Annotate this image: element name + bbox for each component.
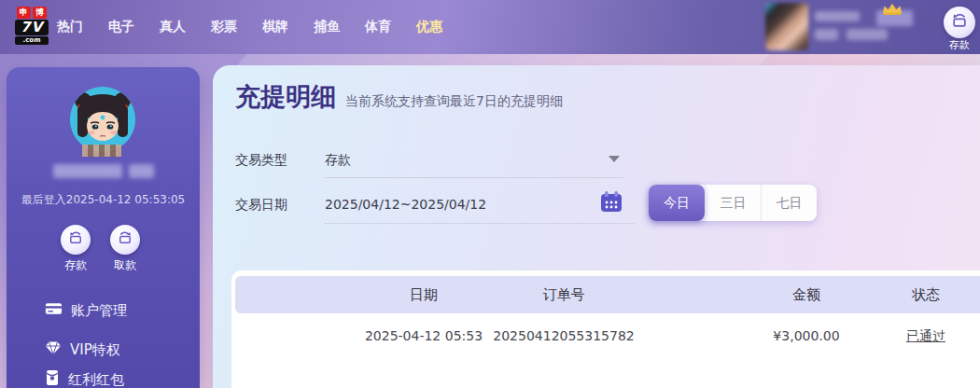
deposit-icon (950, 11, 969, 34)
balance-label-blurred (815, 29, 838, 40)
date-filter-value[interactable]: 2025/04/12~2025/04/12 (325, 197, 486, 212)
sidebar-item-label: 账户管理 (71, 302, 127, 320)
sidebar-item-label: VIP特权 (70, 341, 120, 359)
page-subtitle: 当前系统支持查询最近7日的充提明细 (345, 93, 563, 110)
page: 申 博 7V .com 热门 电子 真人 彩票 棋牌 捕鱼 体育 优惠 (0, 0, 980, 388)
logo-main-text: 7V (15, 20, 49, 35)
username-blurred (815, 11, 860, 21)
sidebar-username-blurred (53, 164, 122, 178)
card-icon (45, 301, 63, 320)
cell-order-number: 20250412055315782 (493, 317, 634, 354)
chevron-down-icon[interactable] (609, 156, 620, 162)
last-login-text: 最后登入2025-04-12 05:53:05 (7, 192, 200, 208)
top-navbar: 申 博 7V .com 热门 电子 真人 彩票 棋牌 捕鱼 体育 优惠 (0, 0, 980, 54)
col-header-order: 订单号 (543, 276, 585, 313)
crown-icon (881, 1, 903, 19)
sidebar-item-bonus[interactable]: 红利红包 (7, 366, 200, 388)
date-filter-label: 交易日期 (235, 197, 287, 214)
withdraw-label: 取款 (97, 257, 153, 273)
col-header-status: 状态 (912, 276, 940, 313)
col-header-amount: 金额 (792, 276, 820, 313)
logo-char-left: 申 (17, 7, 31, 19)
deposit-icon (67, 229, 84, 250)
deposit-button[interactable] (61, 225, 91, 255)
nav-item-fishing[interactable]: 捕鱼 (314, 19, 340, 35)
cell-amount: ¥3,000.00 (773, 317, 839, 354)
col-header-date: 日期 (410, 276, 438, 313)
logo-char-right: 博 (33, 7, 47, 19)
site-logo[interactable]: 申 博 7V .com (15, 7, 49, 45)
range-three-days-button[interactable]: 三日 (705, 185, 761, 221)
withdraw-icon (117, 229, 133, 250)
range-seven-days-button[interactable]: 七日 (761, 185, 817, 221)
nav-item-slots[interactable]: 电子 (108, 19, 134, 35)
quick-deposit-button[interactable] (944, 7, 975, 38)
sidebar-item-vip[interactable]: VIP特权 (7, 336, 200, 364)
main-nav: 热门 电子 真人 彩票 棋牌 捕鱼 体育 优惠 (57, 0, 442, 54)
nav-item-hot[interactable]: 热门 (57, 19, 83, 35)
type-filter-label: 交易类型 (235, 152, 287, 169)
logo-domain-text: .com (15, 36, 49, 45)
nav-item-sports[interactable]: 体育 (365, 19, 391, 35)
red-packet-icon (45, 369, 60, 388)
nav-item-live[interactable]: 真人 (160, 19, 186, 35)
table-header-row: 日期 订单号 金额 状态 (235, 276, 980, 313)
quick-deposit-label: 存款 (940, 38, 979, 52)
sidebar-usertag-blurred (129, 164, 154, 178)
date-filter-underline (325, 223, 635, 224)
sidebar-item-label: 红利红包 (68, 371, 124, 388)
page-header: 充提明细 当前系统支持查询最近7日的充提明细 (235, 80, 563, 114)
nav-item-chess[interactable]: 棋牌 (262, 19, 288, 35)
cell-date: 2025-04-12 05:53 (365, 317, 483, 354)
gem-icon (45, 340, 62, 359)
records-table: 日期 订单号 金额 状态 2025-04-12 05:53 2025041205… (231, 270, 980, 388)
page-title: 充提明细 (235, 80, 336, 114)
table-row: 2025-04-12 05:53 20250412055315782 ¥3,00… (235, 317, 980, 354)
sidebar-item-account[interactable]: 账户管理 (7, 297, 200, 325)
cell-status-link[interactable]: 已通过 (906, 317, 945, 354)
type-filter-underline (325, 177, 623, 178)
user-avatar-blurred[interactable] (765, 3, 808, 50)
date-range-segmented-control: 今日 三日 七日 (649, 185, 817, 221)
deposit-label: 存款 (48, 257, 104, 273)
nav-item-promo[interactable]: 优惠 (416, 19, 442, 35)
withdraw-button[interactable] (110, 225, 140, 255)
balance-value-blurred (847, 29, 888, 40)
range-today-button[interactable]: 今日 (649, 185, 705, 221)
type-filter-value[interactable]: 存款 (325, 152, 351, 169)
nav-item-lottery[interactable]: 彩票 (211, 19, 237, 35)
profile-avatar[interactable] (70, 87, 135, 152)
avatar-censor-block (82, 145, 121, 157)
sidebar: 最后登入2025-04-12 05:53:05 存款 取款 (7, 67, 200, 388)
calendar-icon[interactable] (600, 190, 623, 216)
